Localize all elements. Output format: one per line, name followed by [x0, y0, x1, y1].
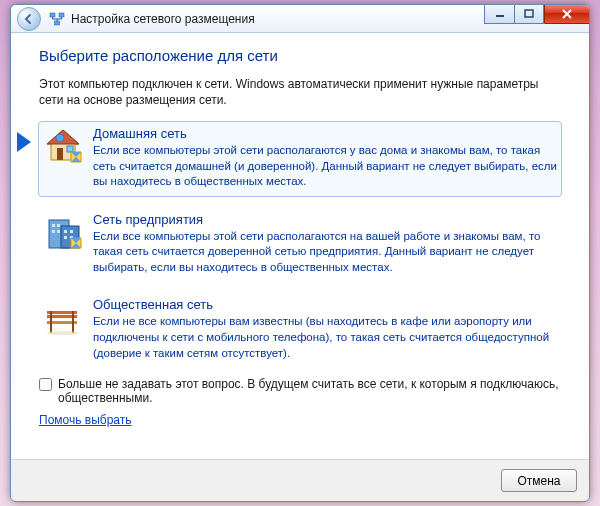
svg-rect-18 — [64, 230, 67, 233]
svg-rect-17 — [57, 230, 60, 233]
svg-rect-7 — [57, 148, 63, 160]
svg-rect-0 — [50, 13, 55, 17]
option-work-title: Сеть предприятия — [93, 212, 557, 227]
dont-ask-label: Больше не задавать этот вопрос. В будуще… — [58, 377, 561, 405]
svg-rect-20 — [64, 236, 67, 239]
svg-rect-29 — [72, 311, 74, 333]
window-controls — [484, 4, 590, 24]
svg-rect-19 — [70, 230, 73, 233]
svg-rect-1 — [59, 13, 64, 17]
option-public-network[interactable]: Общественная сеть Если не все компьютеры… — [39, 293, 561, 367]
titlebar: Настройка сетевого размещения — [11, 5, 589, 33]
option-public-title: Общественная сеть — [93, 297, 557, 312]
content-area: Выберите расположение для сети Этот комп… — [11, 33, 589, 459]
option-work-desc: Если все компьютеры этой сети располагаю… — [93, 229, 557, 276]
window-title: Настройка сетевого размещения — [71, 12, 255, 26]
help-link[interactable]: Помочь выбрать — [39, 413, 132, 427]
dont-ask-row[interactable]: Больше не задавать этот вопрос. В будуще… — [39, 377, 561, 405]
dialog-window: Настройка сетевого размещения Выберите р… — [10, 4, 590, 502]
svg-rect-4 — [525, 10, 533, 17]
office-building-icon — [43, 212, 83, 252]
network-icon — [49, 11, 65, 27]
dont-ask-checkbox[interactable] — [39, 378, 52, 391]
house-icon — [43, 126, 83, 166]
back-button[interactable] — [17, 7, 41, 31]
page-heading: Выберите расположение для сети — [39, 47, 561, 64]
svg-rect-8 — [67, 146, 73, 152]
network-options: Домашняя сеть Если все компьютеры этой с… — [39, 122, 561, 367]
option-home-title: Домашняя сеть — [93, 126, 557, 141]
selection-arrow-icon — [17, 132, 31, 152]
svg-rect-16 — [52, 230, 55, 233]
option-work-network[interactable]: Сеть предприятия Если все компьютеры это… — [39, 208, 561, 282]
option-public-desc: Если не все компьютеры вам известны (вы … — [93, 314, 557, 361]
svg-point-30 — [47, 331, 79, 335]
option-home-desc: Если все компьютеры этой сети располагаю… — [93, 143, 557, 190]
option-home-network[interactable]: Домашняя сеть Если все компьютеры этой с… — [39, 122, 561, 196]
minimize-button[interactable] — [484, 4, 514, 24]
intro-text: Этот компьютер подключен к сети. Windows… — [39, 76, 561, 108]
svg-rect-28 — [50, 311, 52, 333]
svg-rect-15 — [57, 224, 60, 227]
svg-rect-14 — [52, 224, 55, 227]
park-bench-icon — [43, 297, 83, 337]
close-button[interactable] — [544, 4, 590, 24]
cancel-button[interactable]: Отмена — [501, 469, 577, 492]
maximize-button[interactable] — [514, 4, 544, 24]
svg-rect-2 — [55, 21, 60, 25]
dialog-footer: Отмена — [11, 459, 589, 501]
